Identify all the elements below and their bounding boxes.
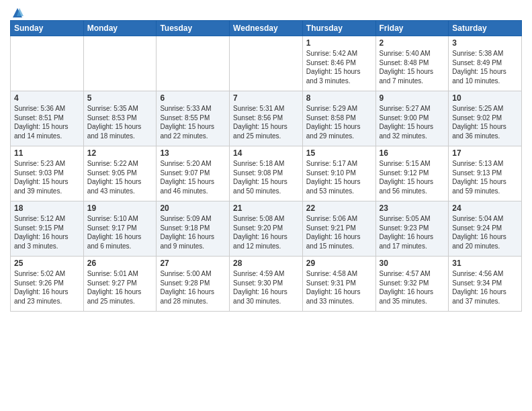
calendar-cell: 12Sunrise: 5:22 AMSunset: 9:05 PMDayligh…: [83, 146, 157, 201]
calendar-cell: [230, 36, 303, 91]
day-number: 3: [452, 38, 518, 48]
day-header-sunday: Sunday: [11, 21, 84, 36]
calendar-cell: [83, 36, 157, 91]
day-info: Sunrise: 5:01 AMSunset: 9:27 PMDaylight:…: [87, 269, 153, 306]
day-info: Sunrise: 5:27 AMSunset: 9:00 PMDaylight:…: [380, 104, 445, 140]
calendar-cell: 11Sunrise: 5:23 AMSunset: 9:03 PMDayligh…: [11, 146, 84, 201]
day-info: Sunrise: 5:22 AMSunset: 9:05 PMDaylight:…: [87, 159, 153, 195]
calendar-header-row: SundayMondayTuesdayWednesdayThursdayFrid…: [11, 21, 522, 36]
day-header-wednesday: Wednesday: [230, 21, 303, 36]
day-info: Sunrise: 5:33 AMSunset: 8:55 PMDaylight:…: [160, 104, 226, 140]
day-number: 22: [306, 203, 372, 213]
day-number: 6: [160, 93, 226, 103]
calendar-cell: 6Sunrise: 5:33 AMSunset: 8:55 PMDaylight…: [157, 91, 230, 146]
day-number: 21: [233, 203, 299, 213]
day-number: 1: [306, 38, 372, 48]
day-number: 7: [233, 93, 299, 103]
day-number: 26: [87, 259, 153, 268]
day-info: Sunrise: 5:15 AMSunset: 9:12 PMDaylight:…: [380, 159, 445, 195]
day-info: Sunrise: 5:35 AMSunset: 8:53 PMDaylight:…: [87, 104, 153, 140]
day-header-thursday: Thursday: [302, 21, 375, 36]
day-header-tuesday: Tuesday: [157, 21, 230, 36]
page: SundayMondayTuesdayWednesdayThursdayFrid…: [0, 0, 532, 411]
day-header-friday: Friday: [375, 21, 449, 36]
calendar-cell: 2Sunrise: 5:40 AMSunset: 8:48 PMDaylight…: [375, 36, 449, 91]
day-info: Sunrise: 5:06 AMSunset: 9:21 PMDaylight:…: [306, 214, 372, 250]
day-info: Sunrise: 5:42 AMSunset: 8:46 PMDaylight:…: [306, 49, 372, 85]
calendar-cell: 5Sunrise: 5:35 AMSunset: 8:53 PMDaylight…: [83, 91, 157, 146]
calendar: SundayMondayTuesdayWednesdayThursdayFrid…: [10, 20, 522, 312]
calendar-cell: 17Sunrise: 5:13 AMSunset: 9:13 PMDayligh…: [449, 146, 522, 201]
day-number: 23: [380, 203, 445, 213]
day-number: 25: [14, 259, 80, 268]
calendar-cell: 29Sunrise: 4:58 AMSunset: 9:31 PMDayligh…: [302, 257, 375, 312]
calendar-cell: 9Sunrise: 5:27 AMSunset: 9:00 PMDaylight…: [375, 91, 449, 146]
calendar-cell: 22Sunrise: 5:06 AMSunset: 9:21 PMDayligh…: [302, 201, 375, 257]
calendar-week-4: 18Sunrise: 5:12 AMSunset: 9:15 PMDayligh…: [11, 201, 522, 257]
logo-icon: [11, 7, 24, 19]
day-number: 10: [452, 93, 518, 103]
logo-line: [10, 7, 24, 19]
calendar-cell: 18Sunrise: 5:12 AMSunset: 9:15 PMDayligh…: [11, 201, 84, 257]
day-number: 15: [306, 148, 372, 158]
calendar-week-1: 1Sunrise: 5:42 AMSunset: 8:46 PMDaylight…: [11, 36, 522, 91]
day-number: 5: [87, 93, 153, 103]
day-number: 30: [380, 259, 445, 268]
day-number: 13: [160, 148, 226, 158]
day-number: 12: [87, 148, 153, 158]
day-info: Sunrise: 5:38 AMSunset: 8:49 PMDaylight:…: [452, 49, 518, 85]
calendar-cell: 26Sunrise: 5:01 AMSunset: 9:27 PMDayligh…: [83, 257, 157, 312]
day-info: Sunrise: 5:13 AMSunset: 9:13 PMDaylight:…: [452, 159, 518, 195]
calendar-cell: 23Sunrise: 5:05 AMSunset: 9:23 PMDayligh…: [375, 201, 449, 257]
day-info: Sunrise: 5:04 AMSunset: 9:24 PMDaylight:…: [452, 214, 518, 250]
calendar-cell: 19Sunrise: 5:10 AMSunset: 9:17 PMDayligh…: [83, 201, 157, 257]
day-info: Sunrise: 5:12 AMSunset: 9:15 PMDaylight:…: [14, 214, 80, 250]
day-number: 17: [452, 148, 518, 158]
day-info: Sunrise: 5:29 AMSunset: 8:58 PMDaylight:…: [306, 104, 372, 140]
calendar-cell: 21Sunrise: 5:08 AMSunset: 9:20 PMDayligh…: [230, 201, 303, 257]
calendar-cell: 20Sunrise: 5:09 AMSunset: 9:18 PMDayligh…: [157, 201, 230, 257]
calendar-cell: 14Sunrise: 5:18 AMSunset: 9:08 PMDayligh…: [230, 146, 303, 201]
day-number: 20: [160, 203, 226, 213]
day-number: 28: [233, 259, 299, 268]
day-info: Sunrise: 5:17 AMSunset: 9:10 PMDaylight:…: [306, 159, 372, 195]
calendar-week-2: 4Sunrise: 5:36 AMSunset: 8:51 PMDaylight…: [11, 91, 522, 146]
day-number: 2: [380, 38, 445, 48]
calendar-cell: 8Sunrise: 5:29 AMSunset: 8:58 PMDaylight…: [302, 91, 375, 146]
calendar-cell: 1Sunrise: 5:42 AMSunset: 8:46 PMDaylight…: [302, 36, 375, 91]
day-number: 9: [380, 93, 445, 103]
day-info: Sunrise: 5:23 AMSunset: 9:03 PMDaylight:…: [14, 159, 80, 195]
day-number: 16: [380, 148, 445, 158]
day-info: Sunrise: 5:02 AMSunset: 9:26 PMDaylight:…: [14, 269, 80, 306]
day-number: 11: [14, 148, 80, 158]
day-number: 31: [452, 259, 518, 268]
day-info: Sunrise: 5:10 AMSunset: 9:17 PMDaylight:…: [87, 214, 153, 250]
day-info: Sunrise: 5:20 AMSunset: 9:07 PMDaylight:…: [160, 159, 226, 195]
calendar-cell: 24Sunrise: 5:04 AMSunset: 9:24 PMDayligh…: [449, 201, 522, 257]
day-info: Sunrise: 5:31 AMSunset: 8:56 PMDaylight:…: [233, 104, 299, 140]
day-info: Sunrise: 4:56 AMSunset: 9:34 PMDaylight:…: [452, 269, 518, 306]
calendar-cell: 16Sunrise: 5:15 AMSunset: 9:12 PMDayligh…: [375, 146, 449, 201]
calendar-cell: 13Sunrise: 5:20 AMSunset: 9:07 PMDayligh…: [157, 146, 230, 201]
day-info: Sunrise: 5:09 AMSunset: 9:18 PMDaylight:…: [160, 214, 226, 250]
calendar-cell: 7Sunrise: 5:31 AMSunset: 8:56 PMDaylight…: [230, 91, 303, 146]
day-header-saturday: Saturday: [449, 21, 522, 36]
day-number: 19: [87, 203, 153, 213]
day-number: 29: [306, 259, 372, 268]
day-number: 18: [14, 203, 80, 213]
day-number: 8: [306, 93, 372, 103]
calendar-cell: 25Sunrise: 5:02 AMSunset: 9:26 PMDayligh…: [11, 257, 84, 312]
day-info: Sunrise: 4:58 AMSunset: 9:31 PMDaylight:…: [306, 269, 372, 306]
header: [10, 7, 522, 16]
calendar-week-3: 11Sunrise: 5:23 AMSunset: 9:03 PMDayligh…: [11, 146, 522, 201]
calendar-cell: 28Sunrise: 4:59 AMSunset: 9:30 PMDayligh…: [230, 257, 303, 312]
calendar-cell: 10Sunrise: 5:25 AMSunset: 9:02 PMDayligh…: [449, 91, 522, 146]
day-info: Sunrise: 5:25 AMSunset: 9:02 PMDaylight:…: [452, 104, 518, 140]
day-number: 14: [233, 148, 299, 158]
calendar-week-5: 25Sunrise: 5:02 AMSunset: 9:26 PMDayligh…: [11, 257, 522, 312]
day-info: Sunrise: 5:08 AMSunset: 9:20 PMDaylight:…: [233, 214, 299, 250]
day-info: Sunrise: 5:18 AMSunset: 9:08 PMDaylight:…: [233, 159, 299, 195]
calendar-cell: 15Sunrise: 5:17 AMSunset: 9:10 PMDayligh…: [302, 146, 375, 201]
calendar-cell: 30Sunrise: 4:57 AMSunset: 9:32 PMDayligh…: [375, 257, 449, 312]
calendar-cell: 27Sunrise: 5:00 AMSunset: 9:28 PMDayligh…: [157, 257, 230, 312]
